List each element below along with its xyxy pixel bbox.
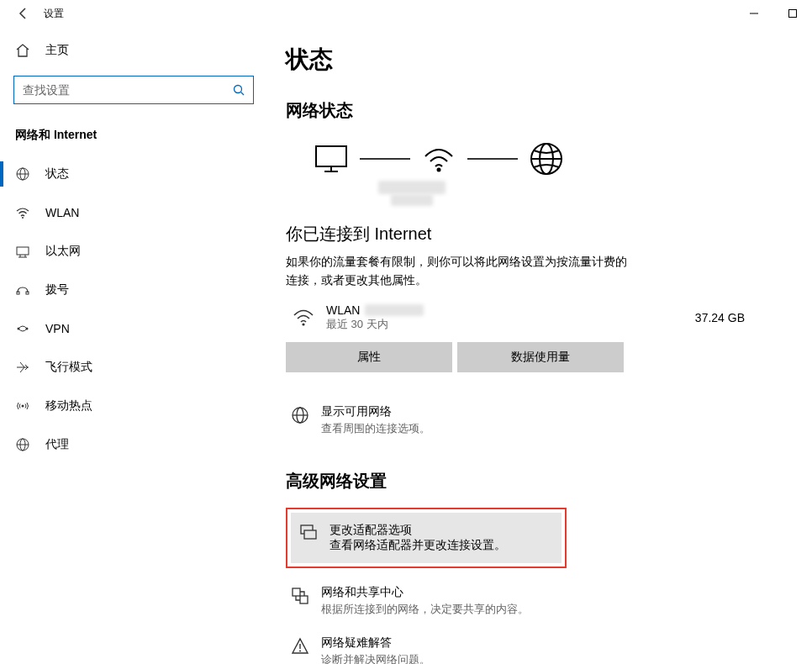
option-title: 网络和共享中心 [321,585,529,600]
sidebar-section-label: 网络和 Internet [0,113,261,155]
option-desc: 查看周围的连接选项。 [321,421,430,436]
option-title: 显示可用网络 [321,404,430,419]
wifi-icon [414,143,464,175]
sidebar: 主页 网络和 Internet 状态 WLAN [0,27,261,664]
option-desc: 查看网络适配器并更改连接设置。 [330,538,506,553]
wifi-icon [293,308,314,328]
dialup-icon [15,282,30,298]
network-sharing-center[interactable]: 网络和共享中心 根据所连接到的网络，决定要共享的内容。 [286,577,778,625]
minimize-button[interactable] [735,0,773,27]
window-title: 设置 [44,7,64,21]
sidebar-item-hotspot[interactable]: 移动热点 [0,387,261,425]
advanced-heading: 高级网络设置 [286,470,778,493]
change-adapter-options[interactable]: 更改适配器选项 查看网络适配器并更改连接设置。 [291,513,562,563]
home-button[interactable]: 主页 [0,34,261,67]
wifi-icon [15,205,30,220]
sidebar-item-proxy[interactable]: 代理 [0,425,261,464]
search-input[interactable] [23,83,233,97]
titlebar: 设置 [0,0,812,27]
svg-point-7 [22,217,24,219]
wlan-usage: 37.24 GB [695,311,745,324]
option-desc: 诊断并解决网络问题。 [321,652,430,664]
sidebar-item-label: 代理 [45,437,69,452]
main-content: 状态 网络状态 xxxxxx 公用 你已连接到 Internet 如果你的流量套… [261,27,812,664]
wlan-connection-row: WLAN xxxx 最近 30 天内 37.24 GB [286,303,778,332]
svg-rect-32 [304,530,316,539]
sidebar-item-wlan[interactable]: WLAN [0,193,261,232]
svg-point-23 [437,168,441,172]
sidebar-item-label: 移动热点 [45,398,92,414]
sidebar-item-label: 以太网 [45,244,81,259]
svg-point-2 [235,86,242,93]
sidebar-item-airplane[interactable]: 飞行模式 [0,348,261,387]
globe-icon [291,404,309,424]
airplane-icon [15,360,30,375]
search-input-wrap[interactable] [13,76,254,104]
sidebar-item-dialup[interactable]: 拨号 [0,271,261,309]
svg-rect-13 [26,292,29,294]
network-diagram [286,135,778,181]
option-title: 更改适配器选项 [330,523,506,538]
sidebar-item-vpn[interactable]: VPN [0,309,261,348]
vpn-icon [15,321,30,336]
svg-rect-34 [300,596,308,603]
globe-icon [15,437,30,452]
sidebar-item-label: 飞行模式 [45,360,92,375]
wlan-name: WLAN [326,303,360,317]
sidebar-item-ethernet[interactable]: 以太网 [0,232,261,271]
back-button[interactable] [7,7,40,20]
network-troubleshoot[interactable]: 网络疑难解答 诊断并解决网络问题。 [286,627,778,664]
page-title: 状态 [286,44,778,76]
properties-button[interactable]: 属性 [286,342,452,372]
sidebar-item-label: 状态 [45,166,69,182]
ethernet-icon [15,244,30,259]
data-usage-button[interactable]: 数据使用量 [457,342,624,372]
sharing-icon [291,585,309,605]
warning-icon [291,635,309,656]
svg-rect-20 [316,146,346,166]
window-controls [735,0,812,27]
svg-rect-33 [293,588,300,596]
maximize-button[interactable] [773,0,812,27]
option-desc: 根据所连接到的网络，决定要共享的内容。 [321,602,529,617]
wlan-period: 最近 30 天内 [326,317,683,332]
svg-rect-8 [17,247,29,255]
diagram-label: xxxxxx 公用 [286,181,538,208]
option-title: 网络疑难解答 [321,635,430,651]
svg-point-27 [302,323,304,325]
sidebar-item-label: VPN [45,322,70,335]
computer-icon [306,143,356,175]
highlighted-adapter-option: 更改适配器选项 查看网络适配器并更改连接设置。 [286,508,567,568]
home-icon [15,43,30,58]
hotspot-icon [15,398,30,414]
sidebar-item-status[interactable]: 状态 [0,155,261,193]
sidebar-item-label: 拨号 [45,282,69,298]
network-status-heading: 网络状态 [286,99,778,122]
home-label: 主页 [45,43,69,58]
svg-rect-12 [17,292,19,294]
globe-icon [15,166,30,182]
connected-desc: 如果你的流量套餐有限制，则你可以将此网络设置为按流量计费的连接，或者更改其他属性… [286,252,630,290]
svg-point-36 [299,650,301,651]
wlan-ssid-redacted: xxxx [365,304,424,316]
svg-line-3 [241,92,245,96]
adapter-icon [299,523,318,541]
globe-icon [521,140,572,177]
show-available-networks[interactable]: 显示可用网络 查看周围的连接选项。 [286,396,778,445]
connected-title: 你已连接到 Internet [286,223,778,245]
search-icon [233,84,245,96]
sidebar-item-label: WLAN [45,206,79,219]
svg-rect-1 [789,10,797,18]
svg-point-16 [22,405,24,408]
